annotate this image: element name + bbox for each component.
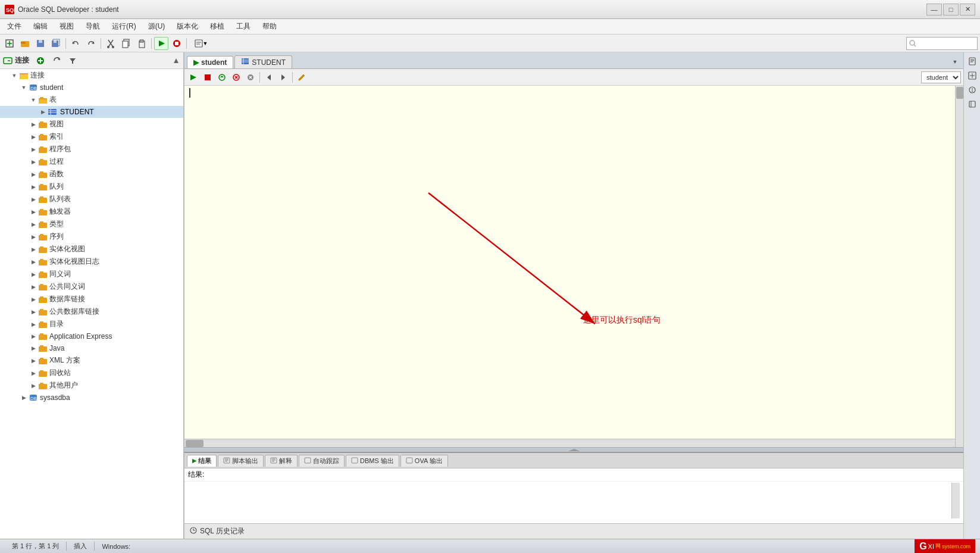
- dropdown-btn[interactable]: ▼: [189, 37, 213, 50]
- sql-prev-btn[interactable]: [262, 71, 275, 83]
- tab-autotrace[interactable]: 自动跟踪: [299, 455, 345, 467]
- sql-pencil-btn[interactable]: [295, 71, 308, 83]
- tree-item-connections-root[interactable]: ▼ 连接: [0, 69, 183, 82]
- saveall-btn[interactable]: [49, 37, 63, 50]
- tree-item-procedures[interactable]: ▶ 过程: [0, 155, 183, 168]
- tree-item-student-conn[interactable]: ▼ DB student: [0, 82, 183, 93]
- side-btn-2[interactable]: [966, 69, 979, 82]
- menu-migrate[interactable]: 移植: [205, 20, 229, 33]
- sql-history-bar[interactable]: SQL 历史记录: [184, 523, 963, 539]
- expand-icon-directory[interactable]: ▶: [29, 320, 38, 329]
- expand-icon-types[interactable]: ▶: [29, 220, 38, 229]
- tree-item-mat-views[interactable]: ▶ 实体化视图: [0, 243, 183, 255]
- menu-view[interactable]: 视图: [55, 20, 79, 33]
- tree-item-tables[interactable]: ▼ 表: [0, 93, 183, 106]
- tree-item-java[interactable]: ▶ Java: [0, 342, 183, 354]
- expand-icon-packages[interactable]: ▶: [29, 145, 38, 154]
- copy-btn[interactable]: [119, 37, 133, 50]
- editor-scrollbar-horizontal[interactable]: [184, 439, 955, 447]
- tab-dropdown-btn[interactable]: ▼: [949, 55, 961, 68]
- expand-icon-connections[interactable]: ▼: [10, 71, 19, 80]
- tree-item-synonyms[interactable]: ▶ 同义词: [0, 268, 183, 280]
- expand-icon-queue-tables[interactable]: ▶: [29, 195, 38, 204]
- tree-item-packages[interactable]: ▶ 程序包: [0, 143, 183, 155]
- tree-item-directory[interactable]: ▶ 目录: [0, 318, 183, 330]
- tree-item-triggers[interactable]: ▶ 触发器: [0, 205, 183, 218]
- tree-item-app-express[interactable]: ▶ Application Express: [0, 330, 183, 342]
- expand-icon-xml-schema[interactable]: ▶: [29, 356, 38, 365]
- menu-edit[interactable]: 编辑: [29, 20, 52, 33]
- expand-icon-mat-view-logs[interactable]: ▶: [29, 257, 38, 267]
- expand-icon-procedures[interactable]: ▶: [29, 157, 38, 167]
- undo-btn[interactable]: [68, 37, 83, 50]
- run-stop-btn[interactable]: [170, 37, 184, 50]
- redo-btn[interactable]: [84, 37, 98, 50]
- save-btn[interactable]: [33, 37, 48, 50]
- add-connection-btn[interactable]: [33, 54, 48, 67]
- menu-tools[interactable]: 工具: [231, 20, 255, 33]
- expand-icon-tables[interactable]: ▼: [29, 95, 38, 105]
- tree-item-views[interactable]: ▶ 视图: [0, 118, 183, 130]
- panel-resize-handle[interactable]: [184, 447, 963, 452]
- schema-selector[interactable]: student: [921, 71, 961, 83]
- expand-icon-db-links[interactable]: ▶: [29, 295, 38, 304]
- menu-source[interactable]: 源(U): [143, 20, 170, 33]
- collapse-panel-btn[interactable]: [171, 54, 181, 67]
- menu-versioning[interactable]: 版本化: [172, 20, 203, 33]
- menu-file[interactable]: 文件: [2, 20, 26, 33]
- expand-icon-mat-views[interactable]: ▶: [29, 245, 38, 254]
- tab-dbms-output[interactable]: DBMS 输出: [346, 455, 399, 467]
- sql-run-btn[interactable]: [187, 71, 200, 83]
- expand-icon-views[interactable]: ▶: [29, 120, 38, 129]
- tree-item-types[interactable]: ▶ 类型: [0, 218, 183, 230]
- open-btn[interactable]: [18, 37, 32, 50]
- tree-item-functions[interactable]: ▶ 函数: [0, 168, 183, 180]
- paste-btn[interactable]: [134, 37, 149, 50]
- tree-item-recycle[interactable]: ▶ 回收站: [0, 367, 183, 379]
- menu-navigate[interactable]: 导航: [81, 20, 105, 33]
- side-btn-4[interactable]: [966, 98, 979, 111]
- expand-icon-indexes[interactable]: ▶: [29, 132, 38, 142]
- menu-run[interactable]: 运行(R): [107, 20, 141, 33]
- expand-icon-queues[interactable]: ▶: [29, 182, 38, 192]
- tab-explain[interactable]: 解释: [265, 455, 298, 467]
- side-btn-3[interactable]: [966, 83, 979, 96]
- result-scrollbar-v[interactable]: [951, 483, 960, 518]
- maximize-button[interactable]: □: [943, 4, 959, 15]
- new-btn[interactable]: [2, 37, 17, 50]
- connect-icon[interactable]: [2, 55, 13, 66]
- sql-next-btn[interactable]: [277, 71, 290, 83]
- tree-item-student-table[interactable]: ▶ STUDENT: [0, 106, 183, 118]
- search-box[interactable]: [906, 37, 978, 50]
- side-btn-1[interactable]: [966, 55, 979, 68]
- menu-help[interactable]: 帮助: [258, 20, 281, 33]
- tree-item-public-db-links[interactable]: ▶ 公共数据库链接: [0, 305, 183, 318]
- tree-item-public-synonyms[interactable]: ▶ 公共同义词: [0, 280, 183, 293]
- run-green-btn[interactable]: [154, 37, 168, 50]
- cut-btn[interactable]: [104, 37, 118, 50]
- expand-icon-sequences[interactable]: ▶: [29, 232, 38, 242]
- minimize-button[interactable]: —: [926, 4, 942, 15]
- tree-item-sysasdba[interactable]: ▶ DB sysasdba: [0, 392, 183, 404]
- tab-ova-output[interactable]: OVA 输出: [400, 455, 448, 467]
- tab-results[interactable]: ▶ 结果: [187, 455, 217, 467]
- expand-icon-synonyms[interactable]: ▶: [29, 270, 38, 279]
- tab-script-output[interactable]: 脚本输出: [218, 455, 264, 467]
- expand-icon-app-express[interactable]: ▶: [29, 332, 38, 341]
- expand-icon-triggers[interactable]: ▶: [29, 207, 38, 217]
- tree-item-indexes[interactable]: ▶ 索引: [0, 130, 183, 143]
- editor-scrollbar-vertical[interactable]: [955, 86, 963, 447]
- expand-icon-sysasdba[interactable]: ▶: [19, 393, 29, 402]
- sql-rollback-btn[interactable]: [230, 71, 243, 83]
- tree-item-xml-schema[interactable]: ▶ XML 方案: [0, 354, 183, 367]
- filter-btn[interactable]: [65, 54, 80, 67]
- tree-item-queue-tables[interactable]: ▶ 队列表: [0, 193, 183, 205]
- expand-icon-recycle[interactable]: ▶: [29, 368, 38, 378]
- expand-icon-other-users[interactable]: ▶: [29, 381, 38, 390]
- tree-item-mat-view-logs[interactable]: ▶ 实体化视图日志: [0, 255, 183, 268]
- sql-stop-btn[interactable]: [201, 71, 214, 83]
- sql-cancel-btn[interactable]: [244, 71, 257, 83]
- refresh-connections-btn[interactable]: [49, 54, 64, 67]
- tree-item-other-users[interactable]: ▶ 其他用户: [0, 379, 183, 392]
- expand-icon-functions[interactable]: ▶: [29, 170, 38, 179]
